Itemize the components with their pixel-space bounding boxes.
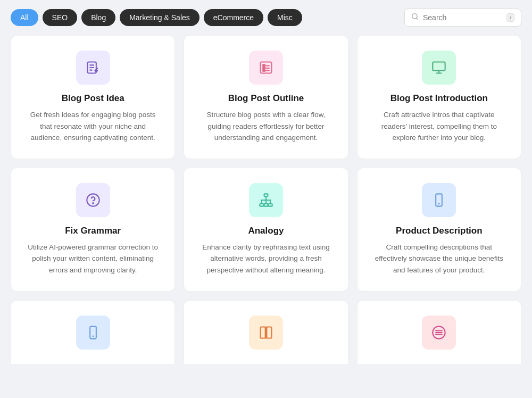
book-icon <box>249 316 283 350</box>
question-icon <box>76 183 110 217</box>
card-title: Analogy <box>248 226 284 236</box>
svg-rect-11 <box>263 64 265 67</box>
card-description: Craft attractive intros that captivate r… <box>370 109 508 144</box>
search-box[interactable]: / <box>404 9 521 27</box>
filter-btn-ecommerce[interactable]: eCommerce <box>204 9 263 26</box>
svg-point-17 <box>87 194 99 206</box>
svg-rect-13 <box>263 70 265 72</box>
svg-rect-14 <box>433 62 445 71</box>
mobile-icon-2 <box>76 316 110 350</box>
card-title: Blog Post Introduction <box>390 93 488 104</box>
filter-btn-misc[interactable]: Misc <box>268 9 302 26</box>
card-blog-post-outline[interactable]: Blog Post OutlineStructure blog posts wi… <box>184 35 348 159</box>
filter-btn-marketing[interactable]: Marketing & Sales <box>120 9 200 26</box>
card-fix-grammar[interactable]: Fix GrammarUtilize AI-powered grammar co… <box>11 168 175 292</box>
search-input[interactable] <box>423 13 502 22</box>
card-product-description[interactable]: Product DescriptionCraft compelling desc… <box>357 168 521 292</box>
list-icon <box>249 51 283 85</box>
card-partial-card7[interactable] <box>11 300 175 364</box>
card-title: Product Description <box>396 226 482 236</box>
filter-buttons: AllSEOBlogMarketing & SaleseCommerceMisc <box>11 9 302 26</box>
card-description: Get fresh ideas for engaging blog posts … <box>24 109 162 144</box>
cards-grid: Blog Post IdeaGet fresh ideas for engagi… <box>0 35 532 375</box>
card-title: Blog Post Outline <box>228 93 304 104</box>
card-partial-card8[interactable] <box>184 300 348 364</box>
card-analogy[interactable]: AnalogyEnhance clarity by rephrasing tex… <box>184 168 348 292</box>
card-title: Fix Grammar <box>65 226 121 236</box>
card-description: Enhance clarity by rephrasing text using… <box>197 242 335 276</box>
svg-line-1 <box>417 18 418 20</box>
card-partial-card9[interactable] <box>357 300 521 364</box>
search-kbd-hint: / <box>506 13 514 22</box>
lines-icon <box>422 316 456 350</box>
search-icon <box>411 13 419 22</box>
svg-rect-12 <box>263 67 265 69</box>
card-blog-post-introduction[interactable]: Blog Post IntroductionCraft attractive i… <box>357 35 521 159</box>
svg-rect-7 <box>260 62 271 73</box>
card-description: Craft compelling descriptions that effec… <box>370 242 508 276</box>
edit-icon <box>76 51 110 85</box>
svg-rect-33 <box>267 327 271 338</box>
filter-btn-seo[interactable]: SEO <box>43 9 78 26</box>
filter-btn-blog[interactable]: Blog <box>81 9 115 26</box>
hierarchy-icon <box>249 183 283 217</box>
filter-bar: AllSEOBlogMarketing & SaleseCommerceMisc… <box>0 0 532 35</box>
monitor-icon <box>422 51 456 85</box>
mobile-icon <box>422 183 456 217</box>
svg-rect-32 <box>260 327 265 338</box>
card-description: Utilize AI-powered grammar correction to… <box>24 242 162 276</box>
card-blog-post-idea[interactable]: Blog Post IdeaGet fresh ideas for engagi… <box>11 35 175 159</box>
svg-point-18 <box>93 203 94 204</box>
card-title: Blog Post Idea <box>62 93 124 104</box>
filter-btn-all[interactable]: All <box>11 9 38 26</box>
card-description: Structure blog posts with a clear flow, … <box>197 109 335 144</box>
